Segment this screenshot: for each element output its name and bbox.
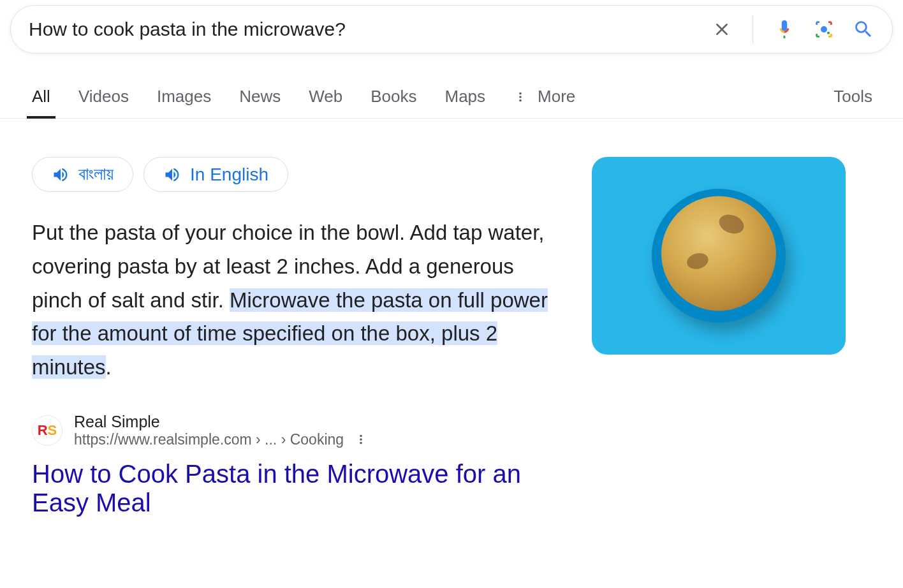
- search-bar[interactable]: [10, 5, 893, 54]
- tab-images[interactable]: Images: [157, 87, 211, 118]
- language-chips: বাংলায় In English: [32, 157, 561, 192]
- tabs-row: All Videos Images News Web Books Maps Mo…: [0, 87, 903, 119]
- tab-maps[interactable]: Maps: [444, 87, 485, 118]
- more-vert-icon[interactable]: [354, 432, 368, 446]
- snippet-suffix: .: [106, 355, 112, 379]
- lang-chip-english[interactable]: In English: [143, 157, 288, 192]
- speaker-icon: [52, 166, 70, 184]
- search-icon[interactable]: [853, 18, 874, 40]
- source-info: Real Simple https://www.realsimple.com ›…: [74, 413, 368, 448]
- more-vert-icon: [513, 90, 527, 104]
- featured-snippet: Put the pasta of your choice in the bowl…: [32, 216, 561, 385]
- favicon-r: R: [38, 422, 48, 439]
- lens-icon[interactable]: [813, 18, 835, 40]
- clear-icon[interactable]: [712, 19, 732, 40]
- tab-web[interactable]: Web: [309, 87, 342, 118]
- favicon-s: S: [48, 422, 57, 439]
- tab-news[interactable]: News: [239, 87, 281, 118]
- site-name: Real Simple: [74, 413, 368, 431]
- svg-point-0: [821, 26, 827, 33]
- search-icons: [712, 15, 874, 43]
- tab-all[interactable]: All: [32, 87, 50, 118]
- content: বাংলায় In English Put the pasta of your…: [0, 119, 903, 517]
- svg-point-1: [827, 32, 830, 34]
- mic-icon[interactable]: [774, 18, 795, 40]
- result-source: RS Real Simple https://www.realsimple.co…: [32, 413, 561, 448]
- search-input[interactable]: [29, 18, 712, 40]
- snippet-image[interactable]: [592, 157, 846, 355]
- site-url-row: https://www.realsimple.com › ... › Cooki…: [74, 431, 368, 448]
- lang-chip-label: In English: [190, 165, 268, 185]
- main-column: বাংলায় In English Put the pasta of your…: [32, 157, 561, 517]
- tools-button[interactable]: Tools: [833, 87, 872, 118]
- divider: [752, 15, 753, 43]
- tab-books[interactable]: Books: [371, 87, 416, 118]
- site-url[interactable]: https://www.realsimple.com › ... › Cooki…: [74, 431, 344, 448]
- tab-videos[interactable]: Videos: [78, 87, 129, 118]
- result-title[interactable]: How to Cook Pasta in the Microwave for a…: [32, 460, 561, 517]
- site-favicon: RS: [32, 415, 62, 446]
- lang-chip-bengali[interactable]: বাংলায়: [32, 157, 133, 192]
- more-label: More: [538, 87, 575, 107]
- lang-chip-label: বাংলায়: [78, 164, 114, 185]
- speaker-icon: [163, 166, 181, 184]
- tab-more[interactable]: More: [513, 87, 575, 118]
- pasta-illustration: [661, 196, 776, 311]
